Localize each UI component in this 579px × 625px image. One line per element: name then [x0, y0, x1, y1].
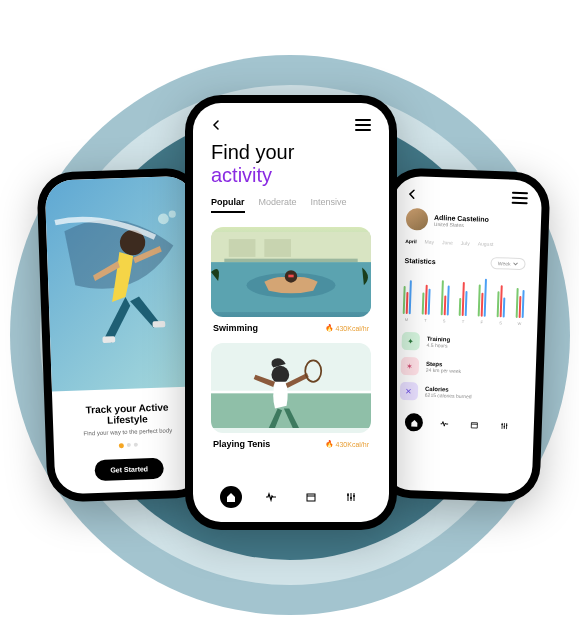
onboarding-title: Track your Active Lifestyle	[64, 401, 190, 427]
calendar-icon	[305, 491, 317, 503]
chart-day-column: F	[478, 279, 488, 325]
nav-calendar[interactable]	[300, 486, 322, 508]
svg-rect-8	[224, 259, 357, 263]
activity-card[interactable]: Swimming 🔥430Kcal/hr	[211, 227, 371, 333]
home-icon	[225, 491, 237, 503]
menu-button[interactable]	[512, 192, 528, 205]
avatar[interactable]	[406, 208, 429, 231]
month-tab[interactable]: May	[425, 239, 435, 245]
onboarding-illustration	[45, 175, 201, 391]
calendar-icon	[470, 420, 479, 429]
svg-point-22	[502, 423, 504, 425]
svg-point-3	[158, 213, 169, 224]
fire-icon: 🔥	[325, 324, 334, 332]
svg-rect-14	[211, 391, 371, 394]
get-started-button[interactable]: Get Started	[94, 458, 164, 481]
swimming-illustration	[211, 227, 371, 317]
card-title: Playing Tenis	[213, 439, 270, 449]
fire-icon: 🔥	[325, 440, 334, 448]
metric-calories: ✕ Calories 6215 calories burned	[400, 382, 522, 404]
card-calories: 🔥430Kcal/hr	[325, 440, 369, 448]
activity-card[interactable]: Playing Tenis 🔥430Kcal/hr	[211, 343, 371, 449]
metric-steps: ✶ Steps 24 km per week	[401, 357, 523, 379]
chart-day-column: W	[515, 288, 524, 326]
steps-icon: ✶	[401, 357, 420, 376]
chart-day-column: M	[402, 280, 411, 322]
home-icon	[409, 418, 418, 427]
nav-settings[interactable]	[495, 416, 514, 435]
chevron-down-icon	[512, 261, 518, 267]
back-button[interactable]	[407, 189, 417, 199]
chart-day-column: S	[440, 280, 449, 323]
nav-activity[interactable]	[435, 414, 454, 433]
bottom-nav	[384, 406, 534, 445]
period-selector[interactable]: Week	[491, 257, 526, 270]
nav-home[interactable]	[405, 413, 424, 432]
sliders-icon	[345, 491, 357, 503]
statistics-title: Statistics	[404, 256, 435, 264]
tennis-illustration	[211, 343, 371, 433]
back-button[interactable]	[211, 120, 221, 130]
svg-point-24	[506, 424, 508, 426]
month-tab[interactable]: August	[478, 240, 494, 247]
calories-icon: ✕	[400, 382, 419, 401]
month-tab[interactable]: April	[405, 238, 417, 244]
chart-day-column: S	[497, 285, 506, 325]
svg-rect-6	[229, 239, 256, 257]
svg-point-18	[347, 494, 349, 496]
nav-settings[interactable]	[340, 486, 362, 508]
menu-button[interactable]	[355, 119, 371, 131]
tab-moderate[interactable]: Moderate	[259, 197, 297, 213]
svg-rect-12	[288, 275, 293, 278]
bottom-nav	[193, 476, 389, 522]
chart-day-column: T	[459, 282, 468, 324]
activity-tabs: Popular Moderate Intensive	[193, 197, 389, 221]
nav-activity[interactable]	[260, 486, 282, 508]
chart-day-column: T	[421, 285, 430, 323]
phone-activity: Find your activity Popular Moderate Inte…	[185, 95, 397, 530]
phone-statistics: Adline Castelino United States April May…	[374, 167, 550, 503]
svg-point-16	[305, 360, 321, 381]
svg-rect-7	[264, 239, 291, 257]
svg-point-15	[271, 366, 289, 384]
pulse-icon	[440, 419, 449, 428]
month-tab[interactable]: July	[461, 240, 470, 246]
statistics-chart: MTSTFSW	[388, 269, 539, 330]
month-tab[interactable]: June	[442, 239, 453, 245]
hamburger-icon	[355, 119, 371, 121]
metric-training: ✦ Training 4.5 hours	[401, 332, 523, 354]
page-indicator	[66, 441, 191, 450]
svg-point-4	[168, 210, 175, 217]
nav-home[interactable]	[220, 486, 242, 508]
chevron-left-icon	[211, 120, 221, 130]
svg-rect-17	[307, 494, 315, 501]
svg-point-19	[350, 497, 352, 499]
sliders-icon	[500, 421, 509, 430]
page-title: Find your activity	[193, 137, 389, 197]
onboarding-subtitle: Find your way to the perfect body	[65, 427, 190, 437]
hamburger-icon	[512, 192, 528, 195]
card-title: Swimming	[213, 323, 258, 333]
chevron-left-icon	[407, 189, 417, 199]
svg-point-23	[504, 426, 506, 428]
svg-rect-21	[471, 422, 477, 427]
training-icon: ✦	[401, 332, 420, 351]
svg-rect-2	[152, 321, 165, 328]
profile-header: Adline Castelino United States	[391, 205, 541, 242]
svg-point-20	[353, 495, 355, 497]
svg-rect-1	[102, 336, 115, 343]
pulse-icon	[265, 491, 277, 503]
tab-intensive[interactable]: Intensive	[311, 197, 347, 213]
card-calories: 🔥430Kcal/hr	[325, 324, 369, 332]
nav-calendar[interactable]	[465, 415, 484, 434]
tab-popular[interactable]: Popular	[211, 197, 245, 213]
